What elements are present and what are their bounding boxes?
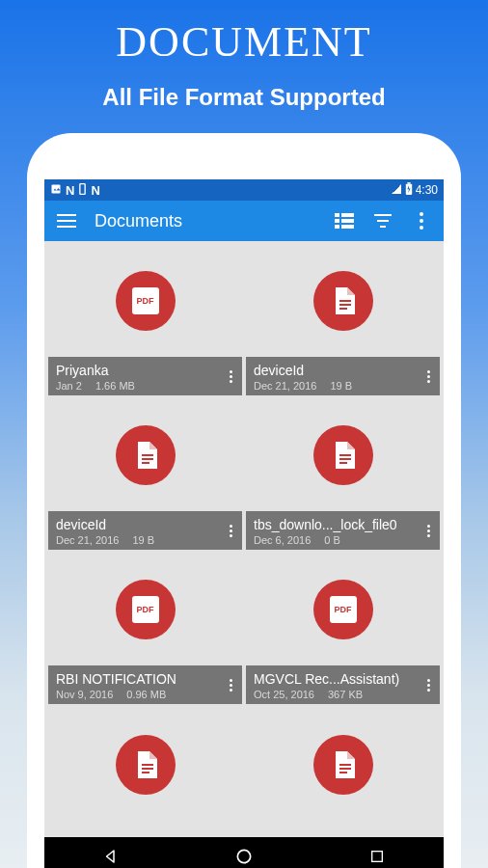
svg-rect-33 <box>339 768 351 770</box>
file-preview <box>246 708 440 766</box>
svg-point-18 <box>420 219 423 223</box>
document-icon <box>332 287 355 314</box>
file-menu-icon[interactable] <box>420 519 436 542</box>
file-date: Dec 21, 2016 <box>56 534 119 546</box>
svg-rect-23 <box>142 454 153 456</box>
svg-rect-31 <box>142 772 149 773</box>
svg-rect-4 <box>407 182 410 184</box>
svg-rect-10 <box>335 219 339 223</box>
file-preview: PDF <box>48 554 242 665</box>
file-type-icon: PDF <box>313 580 373 639</box>
svg-point-17 <box>420 212 423 216</box>
svg-rect-12 <box>335 225 339 229</box>
file-card[interactable]: deviceIdDec 21, 201619 B <box>246 245 440 395</box>
file-size: 367 KB <box>328 689 363 700</box>
svg-rect-32 <box>339 764 351 766</box>
file-preview <box>246 399 440 511</box>
svg-rect-21 <box>339 304 351 306</box>
phone-icon <box>78 183 87 198</box>
file-menu-icon[interactable] <box>223 519 238 542</box>
svg-rect-34 <box>339 772 347 773</box>
svg-rect-29 <box>142 764 153 766</box>
more-icon[interactable] <box>411 210 432 231</box>
file-size: 0 B <box>324 534 340 546</box>
battery-icon <box>405 182 413 198</box>
svg-rect-36 <box>372 852 383 862</box>
svg-rect-30 <box>142 768 153 770</box>
promo-title: DOCUMENT <box>0 17 488 67</box>
file-menu-icon[interactable] <box>420 365 436 388</box>
home-button[interactable] <box>233 846 255 867</box>
file-menu-icon[interactable] <box>420 673 436 696</box>
file-type-icon <box>313 271 373 331</box>
file-name: deviceId <box>254 363 432 378</box>
file-type-icon <box>116 425 176 485</box>
file-card[interactable]: PDFRBI NOTIFICATIONNov 9, 20160.96 MB <box>48 554 242 704</box>
file-card[interactable]: tbs_downlo..._lock_file0Dec 6, 20160 B <box>246 399 440 550</box>
status-time: 4:30 <box>416 183 438 197</box>
file-date: Dec 21, 2016 <box>254 380 316 392</box>
file-type-icon <box>313 425 373 485</box>
file-info: MGVCL Rec...Assistant)Oct 25, 2016367 KB <box>246 665 440 704</box>
file-name: Priyanka <box>56 363 234 378</box>
svg-rect-11 <box>341 219 354 223</box>
svg-rect-24 <box>142 458 153 460</box>
pdf-icon: PDF <box>132 287 159 314</box>
file-info: RBI NOTIFICATIONNov 9, 20160.96 MB <box>48 665 242 704</box>
file-name: tbs_downlo..._lock_file0 <box>254 517 432 532</box>
svg-rect-8 <box>335 213 339 217</box>
file-type-icon <box>116 735 176 795</box>
svg-point-19 <box>420 226 423 230</box>
file-info: tbs_downlo..._lock_file0Dec 6, 20160 B <box>246 511 440 550</box>
status-bar: N N 4:30 <box>44 179 444 201</box>
file-card[interactable]: deviceIdDec 21, 201619 B <box>48 399 242 550</box>
file-date: Dec 6, 2016 <box>254 534 311 546</box>
document-icon <box>134 442 157 469</box>
file-date: Jan 2 <box>56 380 82 392</box>
file-preview <box>246 245 440 357</box>
document-icon <box>134 751 157 778</box>
svg-rect-13 <box>341 225 354 229</box>
svg-rect-22 <box>339 308 347 310</box>
svg-rect-27 <box>339 458 351 460</box>
file-menu-icon[interactable] <box>223 365 238 388</box>
file-grid: PDFPriyankaJan 21.66 MBdeviceIdDec 21, 2… <box>44 241 444 770</box>
recent-button[interactable] <box>366 846 388 867</box>
file-card[interactable] <box>48 708 242 766</box>
filter-icon[interactable] <box>372 210 393 231</box>
svg-point-35 <box>237 850 250 862</box>
back-button[interactable] <box>100 846 122 867</box>
app-bar-title: Documents <box>95 211 316 231</box>
signal-icon <box>391 183 402 198</box>
file-menu-icon[interactable] <box>223 673 238 696</box>
image-icon <box>50 183 62 198</box>
file-preview <box>48 708 242 766</box>
file-type-icon: PDF <box>116 271 176 331</box>
document-icon <box>332 442 355 469</box>
file-name: MGVCL Rec...Assistant) <box>254 671 432 687</box>
file-date: Nov 9, 2016 <box>56 689 113 700</box>
file-card[interactable] <box>246 708 440 766</box>
app-bar: Documents <box>44 201 444 241</box>
file-size: 0.96 MB <box>126 689 166 700</box>
file-name: RBI NOTIFICATION <box>56 671 234 687</box>
file-card[interactable]: PDFPriyankaJan 21.66 MB <box>48 245 242 395</box>
svg-rect-28 <box>339 462 347 464</box>
phone-screen: N N 4:30 Documents <box>44 179 444 868</box>
menu-icon[interactable] <box>56 210 77 231</box>
file-type-icon <box>313 735 373 795</box>
svg-rect-25 <box>142 462 149 464</box>
file-size: 1.66 MB <box>95 380 135 392</box>
pdf-icon: PDF <box>132 596 159 623</box>
file-type-icon: PDF <box>116 580 176 639</box>
file-info: deviceIdDec 21, 201619 B <box>246 357 440 395</box>
n-icon-2: N <box>91 183 99 198</box>
view-list-icon[interactable] <box>334 210 355 231</box>
file-card[interactable]: PDFMGVCL Rec...Assistant)Oct 25, 2016367… <box>246 554 440 704</box>
file-preview <box>48 399 242 511</box>
document-icon <box>332 751 355 778</box>
svg-rect-9 <box>341 213 354 217</box>
file-name: deviceId <box>56 517 234 532</box>
file-info: deviceIdDec 21, 201619 B <box>48 511 242 550</box>
svg-rect-20 <box>339 300 351 302</box>
